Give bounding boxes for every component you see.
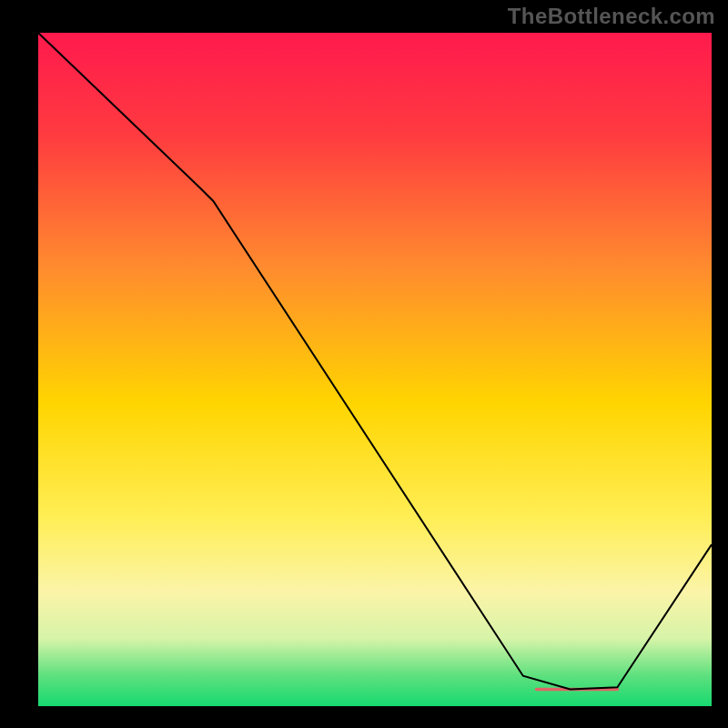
plot-svg <box>38 33 712 706</box>
gradient-rect <box>38 33 712 706</box>
plot-area <box>38 33 712 706</box>
watermark-text: TheBottleneck.com <box>508 4 715 29</box>
target-marker-cap-left <box>535 688 539 692</box>
chart-frame: TheBottleneck.com <box>0 0 728 728</box>
